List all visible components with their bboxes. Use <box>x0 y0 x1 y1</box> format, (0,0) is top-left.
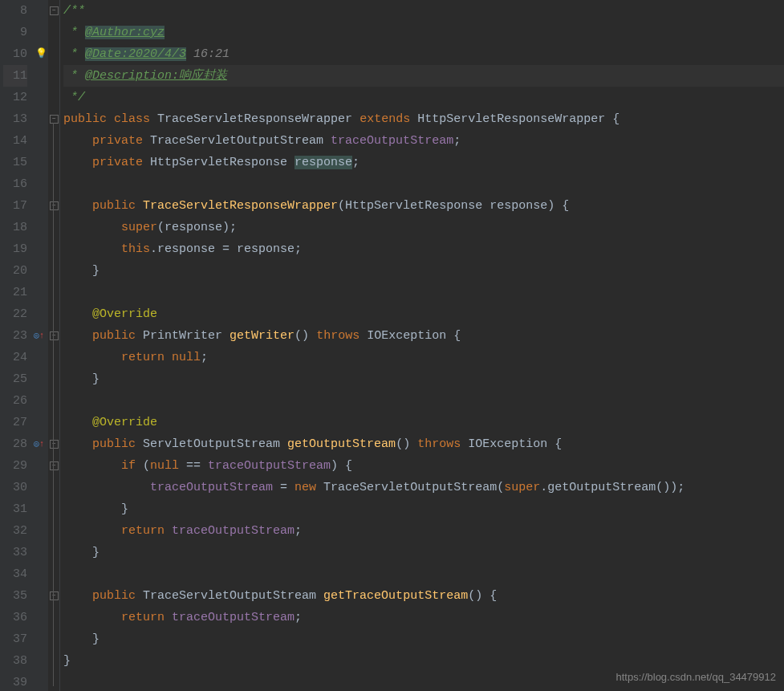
code-token: * <box>63 69 85 83</box>
fold-toggle-icon[interactable]: − <box>50 115 59 124</box>
code-token: getWriter <box>230 329 295 343</box>
line-number: 25 <box>3 368 27 390</box>
line-number: 29 <box>3 455 27 477</box>
code-line[interactable] <box>63 390 784 412</box>
line-number: 26 <box>3 390 27 412</box>
override-icon[interactable]: ◎↑ <box>34 438 44 449</box>
code-line[interactable]: } <box>63 498 784 520</box>
code-token: private <box>92 156 143 169</box>
code-token: traceOutputStream <box>331 134 453 148</box>
code-line[interactable]: * @Description:响应封装 <box>63 65 784 87</box>
fold-toggle-icon[interactable]: − <box>50 591 59 600</box>
code-line[interactable]: * @Date:2020/4/3 16:21 <box>63 43 784 65</box>
code-line[interactable]: public class TraceServletResponseWrapper… <box>63 108 784 130</box>
code-line[interactable]: } <box>63 260 784 282</box>
code-token: traceOutputStream <box>172 611 295 624</box>
code-line[interactable]: public ServletOutputStream getOutputStre… <box>63 433 784 455</box>
code-token <box>461 437 468 451</box>
code-token: () <box>396 437 417 451</box>
code-token: TraceServletOutputStream <box>323 481 497 494</box>
fold-column[interactable]: −−−−−−− <box>48 0 60 691</box>
code-line[interactable]: public PrintWriter getWriter() throws IO… <box>63 325 784 347</box>
line-number: 15 <box>3 152 27 173</box>
code-token: ; <box>295 611 302 624</box>
code-line[interactable] <box>63 563 784 585</box>
code-line[interactable]: public TraceServletResponseWrapper(HttpS… <box>63 195 784 217</box>
code-line[interactable]: return traceOutputStream; <box>63 520 784 542</box>
code-line[interactable]: this.response = response; <box>63 238 784 260</box>
fold-toggle-icon[interactable]: − <box>50 461 59 470</box>
code-token: ) { <box>331 459 352 473</box>
code-token: response) { <box>482 199 569 213</box>
line-number: 34 <box>3 563 27 585</box>
code-token: if <box>121 459 136 473</box>
code-token: getOutputStream <box>287 437 396 451</box>
code-line[interactable]: /** <box>63 0 784 22</box>
code-token: ; <box>453 134 461 148</box>
line-number: 36 <box>3 607 27 628</box>
code-token: @Override <box>92 416 157 429</box>
override-icon[interactable]: ◎↑ <box>34 330 44 340</box>
code-line[interactable]: @Override <box>63 303 784 325</box>
line-number: 13 <box>3 108 27 130</box>
code-token: ServletOutputStream <box>143 437 280 451</box>
line-number: 24 <box>3 347 27 368</box>
code-token: ; <box>295 524 302 538</box>
code-token: @Override <box>92 307 157 321</box>
line-number: 28 <box>3 433 27 455</box>
code-token: traceOutputStream <box>208 459 331 473</box>
intention-bulb-icon[interactable]: 💡 <box>35 47 47 59</box>
code-line[interactable]: private HttpServletResponse response; <box>63 152 784 173</box>
code-token <box>63 524 121 538</box>
code-line[interactable]: } <box>63 650 784 672</box>
line-number: 12 <box>3 87 27 108</box>
fold-toggle-icon[interactable]: − <box>50 440 59 449</box>
code-token <box>316 589 323 603</box>
code-line[interactable]: traceOutputStream = new TraceServletOutp… <box>63 477 784 498</box>
code-line[interactable]: * @Author:cyz <box>63 22 784 43</box>
code-editor[interactable]: 8910111213141516171819202122232425262728… <box>0 0 784 691</box>
code-token <box>280 437 287 451</box>
code-line[interactable]: if (null == traceOutputStream) { <box>63 455 784 477</box>
code-line[interactable]: return traceOutputStream; <box>63 607 784 628</box>
code-token <box>63 307 92 321</box>
code-line[interactable]: public TraceServletOutputStream getTrace… <box>63 585 784 607</box>
code-token: .getOutputStream()); <box>540 481 684 494</box>
fold-toggle-icon[interactable]: − <box>50 201 59 210</box>
code-token: { <box>605 112 619 126</box>
code-token: } <box>63 264 100 278</box>
code-token: ( <box>136 459 150 473</box>
code-line[interactable]: super(response); <box>63 217 784 238</box>
code-line[interactable]: private TraceServletOutputStream traceOu… <box>63 130 784 152</box>
code-token <box>222 329 230 343</box>
code-area[interactable]: /** * @Author:cyz * @Date:2020/4/3 16:21… <box>60 0 784 691</box>
code-line[interactable]: } <box>63 542 784 563</box>
code-line[interactable]: */ <box>63 87 784 108</box>
code-token <box>63 156 92 169</box>
code-token: IOException <box>367 329 446 343</box>
code-token <box>63 329 92 343</box>
code-token: ; <box>352 156 360 169</box>
code-line[interactable]: } <box>63 628 784 650</box>
code-token: } <box>63 546 100 559</box>
code-line[interactable]: @Override <box>63 412 784 433</box>
code-token <box>316 481 323 494</box>
code-token: throws <box>316 329 360 343</box>
code-token: extends <box>360 112 410 126</box>
code-token <box>323 134 331 148</box>
code-line[interactable]: } <box>63 368 784 390</box>
code-line[interactable] <box>63 282 784 303</box>
fold-toggle-icon[interactable]: − <box>50 6 59 15</box>
code-token <box>63 351 121 364</box>
code-token: TraceServletOutputStream <box>150 134 323 148</box>
gutter-icons-column: 💡◎↑◎↑ <box>34 0 48 691</box>
code-token: ; <box>201 351 208 364</box>
line-number: 23 <box>3 325 27 347</box>
code-token <box>63 221 121 234</box>
line-number: 30 <box>3 477 27 498</box>
code-line[interactable] <box>63 173 784 195</box>
code-token: traceOutputStream <box>150 481 273 494</box>
fold-toggle-icon[interactable]: − <box>50 331 59 340</box>
code-token: } <box>63 632 100 646</box>
code-line[interactable]: return null; <box>63 347 784 368</box>
